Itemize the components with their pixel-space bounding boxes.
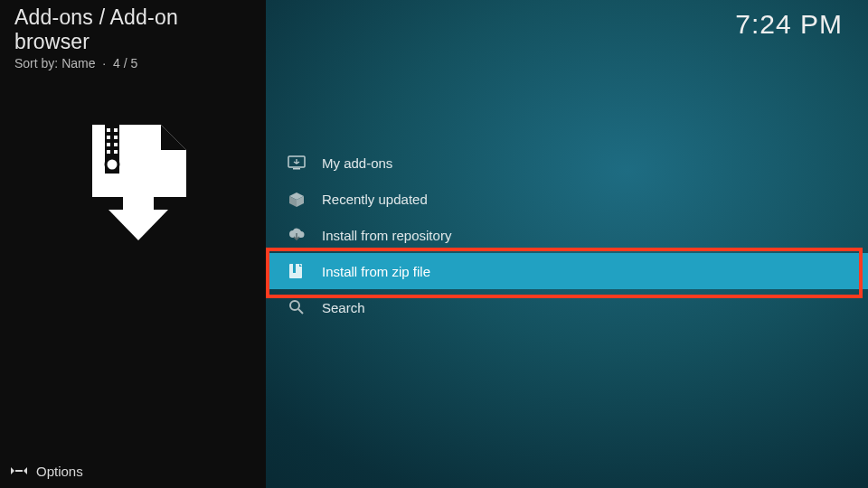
menu-item-label: Search <box>322 300 365 315</box>
options-label: Options <box>36 464 83 479</box>
breadcrumb: Add-ons / Add-on browser <box>14 5 251 54</box>
zip-file-icon <box>288 262 306 280</box>
options-arrows-icon <box>11 463 27 479</box>
main-panel: 7:24 PM My add-ons Recently updated Inst… <box>266 0 868 488</box>
menu-item-label: Install from zip file <box>322 264 430 279</box>
header: Add-ons / Add-on browser Sort by: Name ·… <box>14 5 251 51</box>
menu-item-label: Recently updated <box>322 192 428 207</box>
sort-line: Sort by: Name · 4 / 5 <box>14 56 251 70</box>
svg-point-9 <box>106 158 118 171</box>
sort-label: Sort by: <box>14 56 58 70</box>
svg-rect-6 <box>114 143 118 146</box>
sidebar-panel: Add-ons / Add-on browser Sort by: Name ·… <box>0 0 266 488</box>
svg-rect-5 <box>107 143 110 146</box>
menu-list: My add-ons Recently updated Install from… <box>266 145 868 325</box>
menu-item-label: Install from repository <box>322 228 451 243</box>
svg-rect-11 <box>15 470 23 472</box>
list-position: 4 / 5 <box>113 56 137 70</box>
svg-rect-1 <box>107 128 110 132</box>
svg-line-17 <box>298 309 303 314</box>
svg-rect-10 <box>123 179 154 210</box>
clock: 7:24 PM <box>735 9 843 40</box>
svg-rect-7 <box>107 150 110 154</box>
app-screen: Add-ons / Add-on browser Sort by: Name ·… <box>0 0 868 488</box>
svg-rect-4 <box>114 136 118 139</box>
cloud-download-icon <box>288 226 306 244</box>
svg-rect-8 <box>114 150 118 154</box>
svg-rect-3 <box>107 136 110 139</box>
sort-value: Name <box>61 56 95 70</box>
zip-download-large-icon <box>74 119 201 246</box>
svg-rect-2 <box>114 128 118 132</box>
svg-rect-13 <box>293 168 300 170</box>
search-icon <box>288 298 306 316</box>
menu-item-my-addons[interactable]: My add-ons <box>266 145 868 181</box>
menu-item-install-repository[interactable]: Install from repository <box>266 217 868 253</box>
svg-rect-15 <box>293 264 296 273</box>
menu-item-label: My add-ons <box>322 155 392 171</box>
options-button[interactable]: Options <box>11 463 83 479</box>
menu-item-recently-updated[interactable]: Recently updated <box>266 181 868 217</box>
screen-icon <box>288 154 306 172</box>
menu-item-install-zip[interactable]: Install from zip file <box>266 253 868 289</box>
box-open-icon <box>288 190 306 208</box>
sort-separator: · <box>99 56 113 70</box>
menu-item-search[interactable]: Search <box>266 289 868 325</box>
svg-point-16 <box>290 301 299 310</box>
